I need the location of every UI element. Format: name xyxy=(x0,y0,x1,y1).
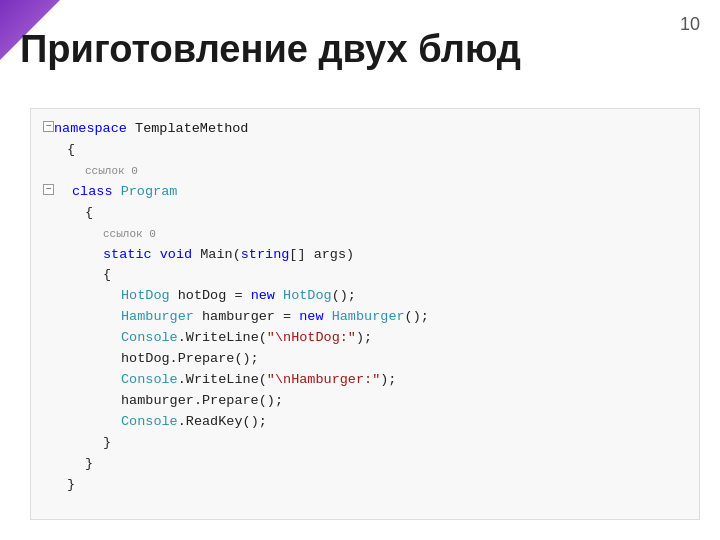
fold-button-1[interactable]: − xyxy=(43,121,54,132)
code-line-6: { xyxy=(43,265,687,286)
slide-title: Приготовление двух блюд xyxy=(20,28,521,71)
slide-number: 10 xyxy=(680,14,700,35)
fold-button-2[interactable]: − xyxy=(43,184,54,195)
code-line-14: } xyxy=(43,433,687,454)
code-line-4: { xyxy=(43,203,687,224)
code-line-1: − namespace TemplateMethod xyxy=(43,119,687,140)
code-block: − namespace TemplateMethod { ссылок 0 − … xyxy=(30,108,700,520)
code-line-16: } xyxy=(43,475,687,496)
code-line-ref1: ссылок 0 xyxy=(43,161,687,182)
code-line-5: static void Main(string[] args) xyxy=(43,245,687,266)
code-line-7: HotDog hotDog = new HotDog(); xyxy=(43,286,687,307)
code-line-13: Console.ReadKey(); xyxy=(43,412,687,433)
code-line-9: Console.WriteLine("\nHotDog:"); xyxy=(43,328,687,349)
code-line-3: − class Program xyxy=(43,182,687,203)
code-line-2: { xyxy=(43,140,687,161)
code-line-ref2: ссылок 0 xyxy=(43,224,687,245)
code-line-11: Console.WriteLine("\nHamburger:"); xyxy=(43,370,687,391)
code-line-8: Hamburger hamburger = new Hamburger(); xyxy=(43,307,687,328)
code-line-10: hotDog.Prepare(); xyxy=(43,349,687,370)
code-line-15: } xyxy=(43,454,687,475)
code-line-12: hamburger.Prepare(); xyxy=(43,391,687,412)
